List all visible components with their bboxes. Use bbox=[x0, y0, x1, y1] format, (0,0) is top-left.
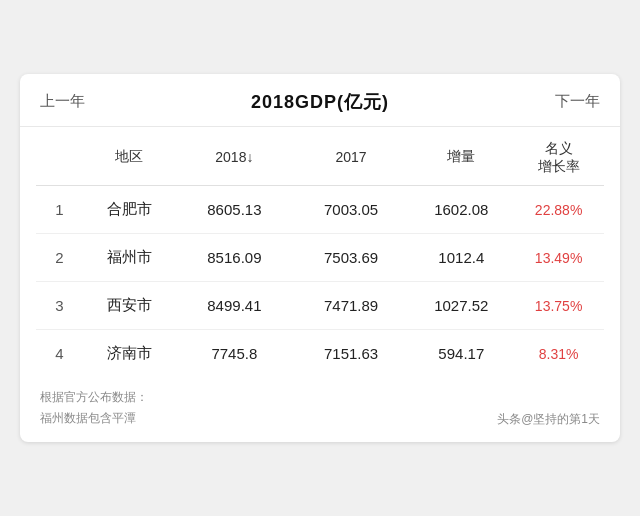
card-header: 上一年 2018GDP(亿元) 下一年 bbox=[20, 74, 620, 127]
cell-gdp2018: 8499.41 bbox=[176, 282, 293, 330]
cell-rank: 1 bbox=[36, 186, 83, 234]
col-header-2017: 2017 bbox=[293, 127, 410, 186]
cell-gdp2017: 7003.05 bbox=[293, 186, 410, 234]
footer-note-line2: 福州数据包含平潭 bbox=[40, 408, 148, 428]
cell-gdp2018: 7745.8 bbox=[176, 330, 293, 378]
prev-year-button[interactable]: 上一年 bbox=[40, 92, 85, 111]
cell-rate: 13.49% bbox=[513, 234, 604, 282]
col-header-2018: 2018↓ bbox=[176, 127, 293, 186]
cell-region: 西安市 bbox=[83, 282, 176, 330]
table-row: 1 合肥市 8605.13 7003.05 1602.08 22.88% bbox=[36, 186, 604, 234]
cell-increase: 594.17 bbox=[409, 330, 513, 378]
cell-rank: 4 bbox=[36, 330, 83, 378]
cell-increase: 1012.4 bbox=[409, 234, 513, 282]
gdp-card: 上一年 2018GDP(亿元) 下一年 地区 2018↓ 2017 增量 名义增… bbox=[20, 74, 620, 442]
cell-region: 合肥市 bbox=[83, 186, 176, 234]
table-row: 2 福州市 8516.09 7503.69 1012.4 13.49% bbox=[36, 234, 604, 282]
table-container: 地区 2018↓ 2017 增量 名义增长率 1 合肥市 8605.13 700… bbox=[20, 127, 620, 377]
gdp-table: 地区 2018↓ 2017 增量 名义增长率 1 合肥市 8605.13 700… bbox=[36, 127, 604, 377]
table-row: 3 西安市 8499.41 7471.89 1027.52 13.75% bbox=[36, 282, 604, 330]
cell-gdp2017: 7503.69 bbox=[293, 234, 410, 282]
cell-increase: 1027.52 bbox=[409, 282, 513, 330]
cell-increase: 1602.08 bbox=[409, 186, 513, 234]
next-year-button[interactable]: 下一年 bbox=[555, 92, 600, 111]
table-row: 4 济南市 7745.8 7151.63 594.17 8.31% bbox=[36, 330, 604, 378]
col-header-region: 地区 bbox=[83, 127, 176, 186]
cell-gdp2017: 7471.89 bbox=[293, 282, 410, 330]
cell-rate: 13.75% bbox=[513, 282, 604, 330]
card-title: 2018GDP(亿元) bbox=[251, 90, 389, 114]
cell-region: 济南市 bbox=[83, 330, 176, 378]
cell-gdp2018: 8605.13 bbox=[176, 186, 293, 234]
cell-rate: 22.88% bbox=[513, 186, 604, 234]
cell-rank: 2 bbox=[36, 234, 83, 282]
col-header-rate: 名义增长率 bbox=[513, 127, 604, 186]
col-header-increase: 增量 bbox=[409, 127, 513, 186]
footer-author: 头条@坚持的第1天 bbox=[497, 411, 600, 428]
table-header-row: 地区 2018↓ 2017 增量 名义增长率 bbox=[36, 127, 604, 186]
cell-region: 福州市 bbox=[83, 234, 176, 282]
cell-rate: 8.31% bbox=[513, 330, 604, 378]
cell-rank: 3 bbox=[36, 282, 83, 330]
cell-gdp2018: 8516.09 bbox=[176, 234, 293, 282]
footer-note-line1: 根据官方公布数据： bbox=[40, 387, 148, 407]
cell-gdp2017: 7151.63 bbox=[293, 330, 410, 378]
table-body: 1 合肥市 8605.13 7003.05 1602.08 22.88% 2 福… bbox=[36, 186, 604, 378]
card-footer: 根据官方公布数据： 福州数据包含平潭 头条@坚持的第1天 bbox=[20, 377, 620, 442]
col-header-rank bbox=[36, 127, 83, 186]
footer-note: 根据官方公布数据： 福州数据包含平潭 bbox=[40, 387, 148, 428]
